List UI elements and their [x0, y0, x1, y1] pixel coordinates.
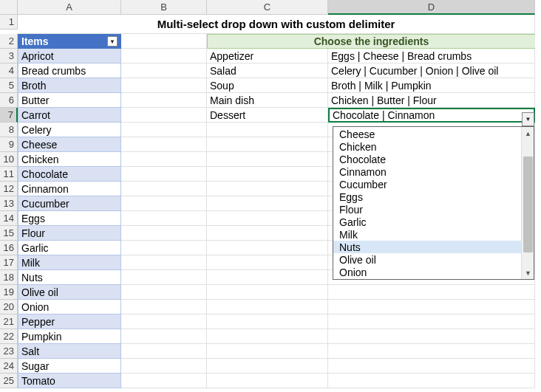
cell-B21[interactable] — [121, 314, 207, 329]
dropdown-option[interactable]: Chocolate — [333, 153, 521, 165]
row-header-18[interactable]: 18 — [0, 270, 18, 285]
cell-D20[interactable] — [328, 300, 535, 314]
meal-name-cell[interactable]: Dessert — [207, 108, 328, 123]
row-header-13[interactable]: 13 — [0, 196, 18, 211]
items-cell[interactable]: Cinnamon — [18, 182, 121, 196]
items-cell[interactable]: Onion — [18, 300, 121, 314]
items-cell[interactable]: Nuts — [18, 270, 121, 285]
items-cell[interactable]: Pepper — [18, 314, 121, 329]
scroll-down-icon[interactable]: ▼ — [522, 267, 534, 279]
row-header-3[interactable]: 3 — [0, 49, 18, 63]
column-header-C[interactable]: C — [207, 0, 328, 15]
row-header-2[interactable]: 2 — [0, 34, 18, 49]
row-header-16[interactable]: 16 — [0, 241, 18, 255]
items-cell[interactable]: Bread crumbs — [18, 63, 121, 78]
cell-C13[interactable] — [207, 196, 328, 211]
dropdown-option[interactable]: Milk — [333, 228, 521, 241]
row-header-22[interactable]: 22 — [0, 329, 18, 344]
meal-name-cell[interactable]: Appetizer — [207, 49, 328, 63]
cell-C19[interactable] — [207, 285, 328, 300]
dropdown-option[interactable]: Chicken — [333, 140, 521, 153]
cell-B8[interactable] — [121, 123, 207, 137]
dropdown-option[interactable]: Cucumber — [333, 178, 521, 190]
items-cell[interactable]: Milk — [18, 255, 121, 270]
cell-B17[interactable] — [121, 255, 207, 270]
cell-C14[interactable] — [207, 211, 328, 226]
items-header-cell[interactable]: Items▼ — [18, 34, 121, 49]
items-cell[interactable]: Chocolate — [18, 167, 121, 182]
column-header-B[interactable]: B — [121, 0, 207, 15]
cell-B5[interactable] — [121, 78, 207, 93]
cell-B13[interactable] — [121, 196, 207, 211]
dropdown-option[interactable]: Cheese — [333, 128, 521, 140]
scroll-thumb[interactable] — [523, 157, 533, 252]
items-cell[interactable]: Flour — [18, 226, 121, 241]
cell-B25[interactable] — [121, 374, 207, 388]
items-cell[interactable]: Olive oil — [18, 285, 121, 300]
row-header-7[interactable]: 7 — [0, 108, 18, 123]
cell-C21[interactable] — [207, 314, 328, 329]
row-header-19[interactable]: 19 — [0, 285, 18, 300]
dropdown-option[interactable]: Onion — [333, 266, 521, 278]
cell-B12[interactable] — [121, 182, 207, 196]
row-header-14[interactable]: 14 — [0, 211, 18, 226]
items-cell[interactable]: Sugar — [18, 359, 121, 374]
cell-C22[interactable] — [207, 329, 328, 344]
row-header-24[interactable]: 24 — [0, 359, 18, 374]
row-header-15[interactable]: 15 — [0, 226, 18, 241]
active-cell[interactable]: Chocolate | Cinnamon — [328, 108, 535, 123]
cell-B10[interactable] — [121, 152, 207, 167]
cell-B4[interactable] — [121, 63, 207, 78]
cell-B3[interactable] — [121, 49, 207, 63]
items-cell[interactable]: Salt — [18, 344, 121, 359]
meal-ingredients-cell[interactable]: Celery | Cucumber | Onion | Olive oil — [328, 63, 535, 78]
row-header-12[interactable]: 12 — [0, 182, 18, 196]
cell-D25[interactable] — [328, 374, 535, 388]
items-cell[interactable]: Celery — [18, 123, 121, 137]
cell-C25[interactable] — [207, 374, 328, 388]
cell-C15[interactable] — [207, 226, 328, 241]
items-cell[interactable]: Broth — [18, 78, 121, 93]
cell-B22[interactable] — [121, 329, 207, 344]
items-cell[interactable]: Pumpkin — [18, 329, 121, 344]
items-cell[interactable]: Cucumber — [18, 196, 121, 211]
row-header-17[interactable]: 17 — [0, 255, 18, 270]
cell-C18[interactable] — [207, 270, 328, 285]
dropdown-option[interactable]: Nuts — [333, 241, 521, 253]
meal-name-cell[interactable]: Main dish — [207, 93, 328, 108]
column-header-D[interactable]: D — [328, 0, 535, 15]
meal-name-cell[interactable]: Soup — [207, 78, 328, 93]
cell-B7[interactable] — [121, 108, 207, 123]
cell-C8[interactable] — [207, 123, 328, 137]
cell-B14[interactable] — [121, 211, 207, 226]
row-header-9[interactable]: 9 — [0, 137, 18, 152]
meal-ingredients-cell[interactable]: Eggs | Cheese | Bread crumbs — [328, 49, 535, 63]
dropdown-option[interactable]: Eggs — [333, 190, 521, 203]
cell-C24[interactable] — [207, 359, 328, 374]
cell-D23[interactable] — [328, 344, 535, 359]
cell-C20[interactable] — [207, 300, 328, 314]
column-header-A[interactable]: A — [18, 0, 121, 15]
cell-B15[interactable] — [121, 226, 207, 241]
row-header-11[interactable]: 11 — [0, 167, 18, 182]
items-cell[interactable]: Apricot — [18, 49, 121, 63]
cell-B24[interactable] — [121, 359, 207, 374]
filter-dropdown-button[interactable]: ▼ — [107, 36, 118, 47]
dropdown-scrollbar[interactable]: ▲▼ — [521, 127, 534, 279]
dropdown-arrow-button[interactable]: ▼ — [522, 112, 534, 126]
dropdown-option[interactable]: Garlic — [333, 216, 521, 228]
cell-B19[interactable] — [121, 285, 207, 300]
items-cell[interactable]: Eggs — [18, 211, 121, 226]
cell-B16[interactable] — [121, 241, 207, 255]
cell-C11[interactable] — [207, 167, 328, 182]
cell-D21[interactable] — [328, 314, 535, 329]
cell-D24[interactable] — [328, 359, 535, 374]
cell-C9[interactable] — [207, 137, 328, 152]
cell-C16[interactable] — [207, 241, 328, 255]
items-cell[interactable]: Garlic — [18, 241, 121, 255]
items-cell[interactable]: Cheese — [18, 137, 121, 152]
row-header-1[interactable]: 1 — [0, 15, 18, 30]
cell-C17[interactable] — [207, 255, 328, 270]
items-cell[interactable]: Tomato — [18, 374, 121, 388]
cell-B23[interactable] — [121, 344, 207, 359]
